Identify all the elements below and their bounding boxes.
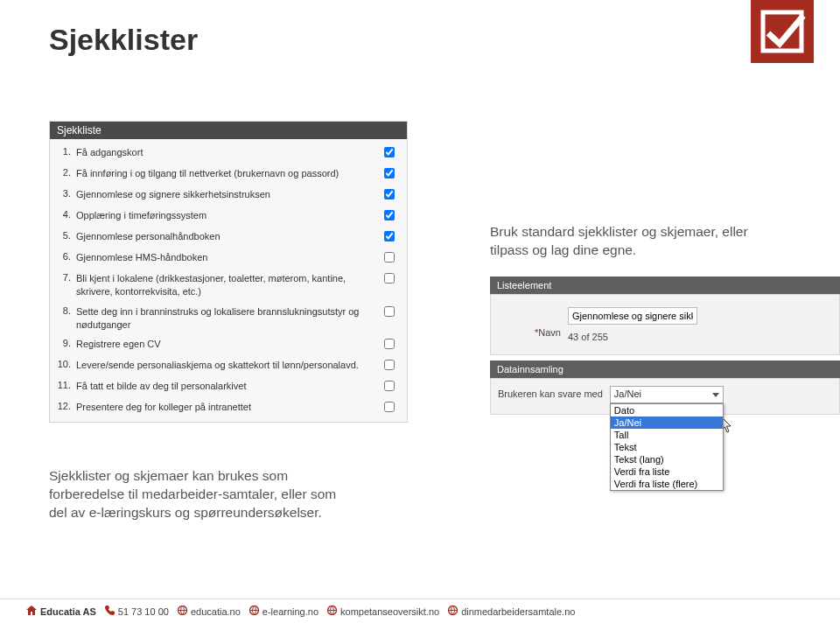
item-checkbox[interactable] bbox=[384, 189, 395, 200]
item-number: 2. bbox=[53, 167, 76, 178]
phone-icon bbox=[105, 606, 115, 617]
description-text-1: Bruk standard sjekklister og skjemaer, e… bbox=[490, 223, 788, 260]
item-label: Få adgangskort bbox=[76, 146, 384, 159]
checklist-list: 1.Få adgangskort2.Få innføring i og tilg… bbox=[50, 139, 407, 422]
item-checkbox[interactable] bbox=[384, 339, 395, 349]
item-checkbox[interactable] bbox=[384, 168, 395, 178]
page-title: Sjekklister bbox=[49, 23, 198, 57]
item-label: Sette deg inn i branninstruks og lokalis… bbox=[76, 305, 384, 332]
char-count: 43 of 255 bbox=[568, 332, 832, 342]
description-text-2: Sjekklister og skjemaer kan brukes som f… bbox=[49, 467, 346, 522]
item-number: 3. bbox=[53, 188, 76, 199]
checklist-item: 1.Få adgangskort bbox=[50, 143, 407, 164]
svar-select[interactable]: Ja/Nei DatoJa/NeiTallTekstTekst (lang)Ve… bbox=[610, 386, 724, 403]
footer-phone: 51 73 10 00 bbox=[105, 606, 169, 617]
checkmark-logo-icon bbox=[751, 0, 814, 63]
globe-icon bbox=[327, 606, 337, 617]
footer-link[interactable]: e-learning.no bbox=[249, 606, 318, 617]
checklist-item: 2.Få innføring i og tilgang til nettverk… bbox=[50, 164, 407, 185]
checklist-item: 4.Opplæring i timeføringssystem bbox=[50, 206, 407, 227]
item-label: Gjennomlese personalhåndboken bbox=[76, 230, 384, 243]
item-checkbox[interactable] bbox=[384, 273, 395, 284]
footer-link[interactable]: kompetanseoversikt.no bbox=[327, 606, 439, 617]
item-label: Gjennomlese HMS-håndboken bbox=[76, 251, 384, 264]
item-checkbox[interactable] bbox=[384, 147, 395, 158]
dropdown-option[interactable]: Verdi fra liste (flere) bbox=[611, 478, 723, 490]
item-label: Få innføring i og tilgang til nettverket… bbox=[76, 167, 384, 180]
item-checkbox[interactable] bbox=[384, 306, 395, 317]
item-label: Registrere egen CV bbox=[76, 338, 384, 351]
footer: Educatia AS 51 73 10 00 educatia.noe-lea… bbox=[0, 598, 840, 623]
checklist-item: 7.Bli kjent i lokalene (drikkestasjoner,… bbox=[50, 269, 407, 302]
cursor-icon bbox=[722, 417, 736, 437]
item-number: 5. bbox=[53, 230, 76, 241]
footer-link[interactable]: dinmedarbeidersamtale.no bbox=[448, 606, 575, 617]
navn-input[interactable] bbox=[568, 307, 697, 325]
globe-icon bbox=[448, 606, 458, 617]
footer-link[interactable]: educatia.no bbox=[178, 606, 241, 617]
checklist-header: Sjekkliste bbox=[50, 122, 407, 139]
listeelement-panel: Listeelement *Navn 43 of 255 Datainnsaml… bbox=[490, 276, 840, 415]
item-label: Presentere deg for kolleger på intranett… bbox=[76, 401, 384, 414]
checklist-item: 3.Gjennomlese og signere sikkerhetsinstr… bbox=[50, 185, 407, 206]
item-checkbox[interactable] bbox=[384, 402, 395, 412]
item-number: 9. bbox=[53, 338, 76, 348]
dropdown-option[interactable]: Verdi fra liste bbox=[611, 466, 723, 478]
dropdown-option[interactable]: Tall bbox=[611, 429, 723, 441]
dropdown-option[interactable]: Ja/Nei bbox=[611, 416, 723, 429]
dropdown-option[interactable]: Dato bbox=[611, 404, 723, 416]
item-number: 10. bbox=[53, 359, 76, 369]
dropdown-option[interactable]: Tekst bbox=[611, 441, 723, 453]
checklist-item: 9.Registrere egen CV bbox=[50, 334, 407, 355]
checklist-item: 8.Sette deg inn i branninstruks og lokal… bbox=[50, 302, 407, 335]
listeelement-header: Listeelement bbox=[490, 276, 840, 294]
checklist-item: 11.Få tatt et bilde av deg til personala… bbox=[50, 376, 407, 397]
checklist-item: 10.Levere/sende personaliaskjema og skat… bbox=[50, 355, 407, 376]
checklist-item: 6.Gjennomlese HMS-håndboken bbox=[50, 248, 407, 269]
footer-company: Educatia AS bbox=[26, 606, 96, 617]
item-label: Gjennomlese og signere sikkerhetsinstruk… bbox=[76, 188, 384, 201]
svar-dropdown[interactable]: DatoJa/NeiTallTekstTekst (lang)Verdi fra… bbox=[610, 403, 724, 491]
svar-selected-value[interactable]: Ja/Nei bbox=[610, 386, 724, 403]
item-checkbox[interactable] bbox=[384, 360, 395, 370]
item-checkbox[interactable] bbox=[384, 210, 395, 220]
item-label: Få tatt et bilde av deg til personalarki… bbox=[76, 380, 384, 393]
item-checkbox[interactable] bbox=[384, 381, 395, 391]
item-number: 11. bbox=[53, 380, 76, 390]
home-icon bbox=[26, 606, 37, 617]
checklist-item: 5.Gjennomlese personalhåndboken bbox=[50, 227, 407, 248]
checklist-item: 12.Presentere deg for kolleger på intran… bbox=[50, 397, 407, 418]
item-number: 12. bbox=[53, 401, 76, 411]
item-number: 4. bbox=[53, 209, 76, 220]
item-label: Levere/sende personaliaskjema og skattek… bbox=[76, 359, 384, 372]
item-checkbox[interactable] bbox=[384, 231, 395, 242]
item-number: 1. bbox=[53, 146, 76, 157]
navn-label: *Navn bbox=[498, 312, 568, 338]
globe-icon bbox=[249, 606, 259, 617]
item-checkbox[interactable] bbox=[384, 252, 395, 262]
item-number: 6. bbox=[53, 251, 76, 262]
item-number: 7. bbox=[53, 272, 76, 283]
item-label: Opplæring i timeføringssystem bbox=[76, 209, 384, 222]
globe-icon bbox=[178, 606, 187, 617]
svar-prompt-label: Brukeren kan svare med bbox=[498, 386, 610, 399]
item-label: Bli kjent i lokalene (drikkestasjoner, t… bbox=[76, 272, 384, 298]
checklist-panel: Sjekkliste 1.Få adgangskort2.Få innførin… bbox=[49, 121, 408, 423]
dropdown-option[interactable]: Tekst (lang) bbox=[611, 453, 723, 466]
item-number: 8. bbox=[53, 305, 76, 316]
datainnsamling-header: Datainnsamling bbox=[490, 360, 840, 378]
